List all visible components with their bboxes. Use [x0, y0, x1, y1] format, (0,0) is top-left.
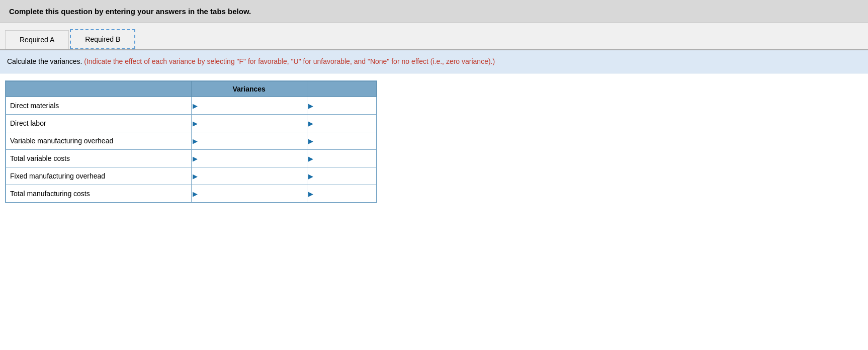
- table-row: Total manufacturing costs▶▶FUNone: [6, 185, 377, 203]
- variance-input-cell-3[interactable]: ▶: [191, 150, 307, 167]
- table-row: Direct materials▶▶FUNone: [6, 97, 377, 115]
- variance-input-cell-4[interactable]: ▶: [191, 167, 307, 185]
- variance-effect-select-2[interactable]: FUNone: [307, 132, 376, 149]
- instructions-main: Calculate the variances.: [7, 57, 82, 65]
- instructions-detail: (Indicate the effect of each variance by…: [82, 57, 495, 65]
- tab-required-b-label: Required B: [85, 35, 120, 43]
- variance-input-4[interactable]: [192, 167, 307, 185]
- variance-input-2[interactable]: [192, 132, 307, 149]
- content-area: Calculate the variances. (Indicate the e…: [0, 50, 868, 350]
- instructions-box: Calculate the variances. (Indicate the e…: [0, 50, 868, 73]
- variance-input-cell-2[interactable]: ▶: [191, 132, 307, 150]
- variance-effect-select-3[interactable]: FUNone: [307, 150, 376, 167]
- row-label-2: Variable manufacturing overhead: [6, 132, 192, 150]
- tab-required-a-label: Required A: [20, 36, 54, 44]
- variance-effect-cell-1[interactable]: ▶FUNone: [307, 115, 376, 132]
- table-row: Fixed manufacturing overhead▶▶FUNone: [6, 167, 377, 185]
- table-row: Variable manufacturing overhead▶▶FUNone: [6, 132, 377, 150]
- col-header-variances: Variances: [191, 81, 307, 97]
- header-text: Complete this question by entering your …: [9, 7, 251, 16]
- row-label-1: Direct labor: [6, 115, 192, 132]
- table-row: Total variable costs▶▶FUNone: [6, 150, 377, 167]
- variance-effect-cell-0[interactable]: ▶FUNone: [307, 97, 376, 115]
- variance-input-5[interactable]: [192, 185, 307, 202]
- variance-input-cell-0[interactable]: ▶: [191, 97, 307, 115]
- variances-table: Variances Direct materials▶▶FUNoneDirect…: [6, 81, 377, 203]
- variances-table-container: Variances Direct materials▶▶FUNoneDirect…: [5, 80, 377, 203]
- variance-input-0[interactable]: [192, 97, 307, 114]
- variance-effect-select-5[interactable]: FUNone: [307, 185, 376, 202]
- tab-required-a[interactable]: Required A: [5, 30, 69, 49]
- variance-effect-cell-4[interactable]: ▶FUNone: [307, 167, 376, 185]
- header-bar: Complete this question by entering your …: [0, 0, 868, 23]
- variance-effect-cell-3[interactable]: ▶FUNone: [307, 150, 376, 167]
- col-header-effect: [307, 81, 376, 97]
- row-label-3: Total variable costs: [6, 150, 192, 167]
- variance-effect-cell-2[interactable]: ▶FUNone: [307, 132, 376, 150]
- variance-input-cell-5[interactable]: ▶: [191, 185, 307, 203]
- table-row: Direct labor▶▶FUNone: [6, 115, 377, 132]
- col-header-label: [6, 81, 192, 97]
- variance-input-1[interactable]: [192, 115, 307, 132]
- variance-input-cell-1[interactable]: ▶: [191, 115, 307, 132]
- variance-input-3[interactable]: [192, 150, 307, 167]
- row-label-4: Fixed manufacturing overhead: [6, 167, 192, 185]
- variance-effect-select-0[interactable]: FUNone: [307, 97, 376, 114]
- tabs-area: Required A Required B: [0, 23, 868, 50]
- variance-effect-select-4[interactable]: FUNone: [307, 167, 376, 185]
- row-label-5: Total manufacturing costs: [6, 185, 192, 203]
- variance-effect-cell-5[interactable]: ▶FUNone: [307, 185, 376, 203]
- row-label-0: Direct materials: [6, 97, 192, 115]
- variance-effect-select-1[interactable]: FUNone: [307, 115, 376, 132]
- tab-required-b[interactable]: Required B: [70, 29, 135, 49]
